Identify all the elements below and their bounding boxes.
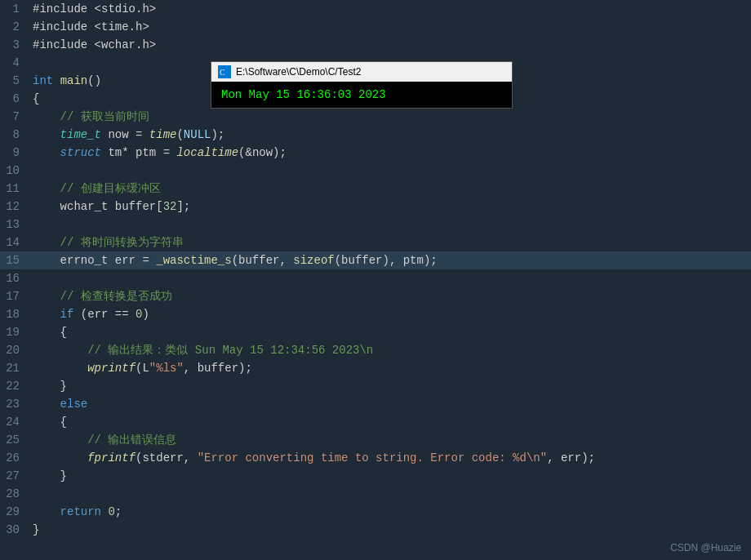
table-row: 27 } [0, 467, 751, 485]
popup-titlebar: C E:\Software\C\Demo\C/Test2 [211, 62, 512, 82]
line-content: } [29, 521, 751, 539]
line-content: #include <stdio.h> [29, 0, 751, 18]
table-row: 1 #include <stdio.h> [0, 0, 751, 18]
line-content: // 创建目标缓冲区 [29, 180, 751, 198]
terminal-popup: C E:\Software\C\Demo\C/Test2 Mon May 15 … [211, 61, 513, 109]
table-row: 25 // 输出错误信息 [0, 431, 751, 449]
line-number: 4 [0, 54, 29, 72]
line-content: else [29, 395, 751, 413]
line-number: 16 [0, 269, 29, 287]
line-number: 7 [0, 108, 29, 126]
line-content: wchar_t buffer[32]; [29, 198, 751, 216]
line-content: if (err == 0) [29, 305, 751, 323]
line-content: // 输出错误信息 [29, 431, 751, 449]
line-number: 21 [0, 359, 29, 377]
line-number: 3 [0, 36, 29, 54]
line-number: 5 [0, 72, 29, 90]
table-row: 28 [0, 485, 751, 503]
line-content [29, 269, 751, 287]
line-number: 23 [0, 395, 29, 413]
table-row: 22 } [0, 377, 751, 395]
table-row: 7 // 获取当前时间 [0, 108, 751, 126]
table-row: 30 } [0, 521, 751, 539]
line-number: 28 [0, 485, 29, 503]
line-number: 6 [0, 90, 29, 108]
line-content: { [29, 323, 751, 341]
line-number: 26 [0, 449, 29, 467]
table-row: 20 // 输出结果：类似 Sun May 15 12:34:56 2023\n [0, 341, 751, 359]
line-content: return 0; [29, 503, 751, 521]
table-row: 29 return 0; [0, 503, 751, 521]
table-row: 17 // 检查转换是否成功 [0, 287, 751, 305]
line-content: wprintf(L"%ls", buffer); [29, 359, 751, 377]
line-content: { [29, 413, 751, 431]
line-number: 11 [0, 180, 29, 198]
line-number: 10 [0, 162, 29, 180]
line-number: 29 [0, 503, 29, 521]
line-number: 14 [0, 233, 29, 251]
table-row: 11 // 创建目标缓冲区 [0, 180, 751, 198]
line-content: #include <wchar.h> [29, 36, 751, 54]
line-content [29, 216, 751, 233]
line-number: 9 [0, 144, 29, 162]
table-row: 18 if (err == 0) [0, 305, 751, 323]
table-row: 13 [0, 216, 751, 233]
popup-title-text: E:\Software\C\Demo\C/Test2 [236, 66, 361, 78]
table-row: 10 [0, 162, 751, 180]
watermark: CSDN @Huazie [670, 542, 741, 553]
table-row: 24 { [0, 413, 751, 431]
line-content: struct tm* ptm = localtime(&now); [29, 144, 751, 162]
code-editor: 1 #include <stdio.h> 2 #include <time.h>… [0, 0, 751, 560]
line-content: time_t now = time(NULL); [29, 126, 751, 144]
line-number: 15 [0, 251, 29, 269]
terminal-icon: C [218, 65, 231, 78]
line-number: 17 [0, 287, 29, 305]
line-number: 24 [0, 413, 29, 431]
line-content: } [29, 377, 751, 395]
line-number: 27 [0, 467, 29, 485]
line-content: // 检查转换是否成功 [29, 287, 751, 305]
popup-output: Mon May 15 16:36:03 2023 [211, 82, 512, 108]
line-content: // 输出结果：类似 Sun May 15 12:34:56 2023\n [29, 341, 751, 359]
table-row: 26 fprintf(stderr, "Error converting tim… [0, 449, 751, 467]
table-row: 2 #include <time.h> [0, 18, 751, 36]
line-content: } [29, 467, 751, 485]
line-number: 8 [0, 126, 29, 144]
table-row: 21 wprintf(L"%ls", buffer); [0, 359, 751, 377]
line-number: 13 [0, 216, 29, 233]
svg-text:C: C [220, 68, 225, 77]
table-row: 9 struct tm* ptm = localtime(&now); [0, 144, 751, 162]
table-row: 3 #include <wchar.h> [0, 36, 751, 54]
line-number: 25 [0, 431, 29, 449]
table-row: 23 else [0, 395, 751, 413]
line-number: 30 [0, 521, 29, 539]
line-number: 19 [0, 323, 29, 341]
line-number: 12 [0, 198, 29, 216]
table-row: 15 errno_t err = _wasctime_s(buffer, siz… [0, 251, 751, 269]
line-content: fprintf(stderr, "Error converting time t… [29, 449, 751, 467]
line-number: 1 [0, 0, 29, 18]
line-number: 2 [0, 18, 29, 36]
table-row: 16 [0, 269, 751, 287]
line-content: #include <time.h> [29, 18, 751, 36]
line-content [29, 485, 751, 503]
line-content: errno_t err = _wasctime_s(buffer, sizeof… [29, 251, 751, 269]
line-number: 20 [0, 341, 29, 359]
table-row: 12 wchar_t buffer[32]; [0, 198, 751, 216]
line-number: 18 [0, 305, 29, 323]
popup-output-text: Mon May 15 16:36:03 2023 [221, 88, 386, 101]
line-content [29, 162, 751, 180]
line-content: // 将时间转换为字符串 [29, 233, 751, 251]
table-row: 19 { [0, 323, 751, 341]
line-number: 22 [0, 377, 29, 395]
line-content: // 获取当前时间 [29, 108, 751, 126]
table-row: 14 // 将时间转换为字符串 [0, 233, 751, 251]
table-row: 8 time_t now = time(NULL); [0, 126, 751, 144]
